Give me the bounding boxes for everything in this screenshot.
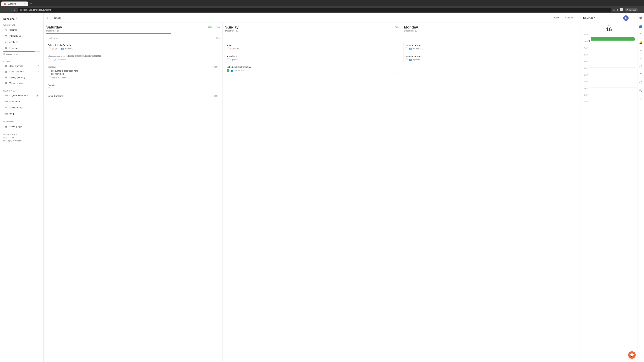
task-card-exercise[interactable]: Exercise ↻ bbox=[46, 82, 220, 92]
rituals-section-label: RITUALS bbox=[0, 59, 44, 63]
download-icon[interactable]: ⬇ bbox=[616, 8, 619, 11]
task-check-exercise[interactable] bbox=[48, 87, 50, 90]
analytics-icon: 📈 bbox=[5, 40, 8, 43]
rs-refresh-icon[interactable]: ⟳ bbox=[638, 31, 644, 37]
sidebar-item-keyboard-shortcuts[interactable]: ⌨ Keyboard shortcuts ? bbox=[1, 93, 42, 98]
task-meeting-header: Meeting 0:15 bbox=[48, 66, 218, 68]
task-setup-title: Setup Sunsama bbox=[48, 95, 211, 97]
time-row-5am: 5 AM bbox=[582, 67, 636, 74]
browser-tab-sunsama[interactable]: S Sunsama ✕ bbox=[1, 1, 28, 6]
forward-button[interactable]: → bbox=[8, 8, 12, 12]
task-card-schedule-kickoff[interactable]: Schedule kickoff meeting 📅 🕐 ↻ 👥 # Cross… bbox=[46, 42, 220, 52]
task-card-url[interactable]: https://app.asana.com/0/1206174676385119… bbox=[46, 53, 220, 63]
user-email: bhea@pageflows.com bbox=[0, 139, 44, 143]
task-card-tasks-here[interactable]: tasks here # general bbox=[224, 53, 399, 63]
task-check-tasks-here[interactable] bbox=[227, 58, 230, 61]
add-event-icon[interactable]: + bbox=[608, 357, 610, 361]
saturday-actions: Focus · Plan bbox=[207, 26, 220, 28]
task-check-2[interactable] bbox=[48, 58, 50, 61]
sidebar-item-blog[interactable]: ⌨ Blog bbox=[1, 111, 42, 116]
rs-expand-icon[interactable]: ⤢ bbox=[638, 96, 644, 101]
toggle-sidebar-button[interactable]: →| bbox=[631, 16, 634, 19]
rs-calendar-icon[interactable]: 📅 bbox=[638, 15, 644, 21]
sidebar-item-desktop-app[interactable]: ▦ Desktop app bbox=[1, 123, 42, 129]
sunday-plan-button[interactable]: Plan bbox=[394, 26, 398, 28]
task-check-1[interactable] bbox=[48, 47, 50, 50]
task-check-meeting[interactable] bbox=[48, 76, 50, 79]
user-avatar: B bbox=[623, 15, 628, 21]
sidebar-item-help-center[interactable]: ⌨ Help center bbox=[1, 99, 42, 104]
task-check-travels[interactable] bbox=[227, 47, 230, 50]
extension-icon[interactable]: ⬜ bbox=[620, 8, 623, 11]
rs-notification-icon[interactable]: 🔔 bbox=[638, 39, 644, 45]
task-card-setup-sunsama[interactable]: Setup Sunsama 0:20 bbox=[46, 93, 220, 100]
task-check-monday-2[interactable] bbox=[406, 58, 408, 61]
keyboard-shortcuts-label: Keyboard shortcuts bbox=[10, 94, 34, 97]
back-button[interactable]: ← bbox=[2, 8, 6, 12]
tab-calendar[interactable]: Calendar bbox=[563, 15, 577, 20]
email-courses-label: Email courses bbox=[10, 106, 39, 109]
saturday-plan-button[interactable]: Plan bbox=[216, 26, 220, 28]
refresh-button[interactable]: ↻ bbox=[13, 7, 16, 12]
sidebar-item-weekly-review[interactable]: ▦ Weekly review bbox=[1, 80, 42, 86]
subtask-check-1[interactable] bbox=[48, 70, 50, 72]
rs-sync-icon[interactable]: ↔ bbox=[638, 56, 644, 61]
logged-in-label: Logged in as bbox=[0, 136, 44, 139]
task-check-sunday-kickoff[interactable]: ✓ bbox=[227, 69, 230, 72]
rs-people-icon[interactable]: 👥 bbox=[638, 23, 644, 29]
rs-location-icon[interactable]: 📍 bbox=[638, 72, 644, 77]
desktop-app-label: Desktop app bbox=[10, 125, 39, 128]
rs-document-icon[interactable]: 📄 bbox=[638, 64, 644, 69]
rs-history-icon[interactable]: 🕐 bbox=[638, 80, 644, 85]
link-icon: 🔗 bbox=[54, 59, 56, 61]
rs-search-icon[interactable]: 🔍 bbox=[638, 88, 644, 93]
task-card-monday-design-1[interactable]: create a design 👥 # Cross-fu... bbox=[403, 42, 578, 52]
daily-shutdown-icon: ▦ bbox=[5, 70, 8, 73]
monday-tasks: + create a design 👥 # Cross-fu... bbox=[401, 35, 580, 362]
today-label[interactable]: Today bbox=[54, 16, 62, 19]
monday-add-task[interactable]: + bbox=[403, 35, 578, 41]
sidebar-item-daily-planning[interactable]: ▦ Daily planning P bbox=[1, 63, 42, 68]
sidebar-item-settings[interactable]: ⚙ Settings bbox=[1, 27, 42, 33]
tab-close-button[interactable]: ✕ bbox=[24, 2, 26, 5]
back-to-start-button[interactable]: |← bbox=[47, 16, 51, 19]
people-icon-monday-2: 👥 bbox=[409, 58, 412, 61]
sidebar-item-email-courses[interactable]: ✉ Email courses bbox=[1, 105, 42, 110]
task-monday-design-2-title: create a design bbox=[406, 55, 576, 57]
task-card-travels[interactable]: travels # Cross-fu... bbox=[224, 42, 399, 52]
help-badge: ? bbox=[36, 94, 39, 97]
brand[interactable]: Sunsama ▾ bbox=[0, 16, 44, 23]
calendar-icon: 📅 bbox=[52, 48, 54, 50]
rs-mail-icon[interactable]: ✉ bbox=[638, 48, 644, 53]
cal-event-green: ✓ bbox=[591, 37, 634, 41]
task-schedule-kickoff-title: Schedule kickoff meeting bbox=[48, 44, 218, 46]
tab-tasks[interactable]: Tasks bbox=[551, 15, 562, 20]
time-line-3am bbox=[589, 54, 636, 61]
sidebar-item-weekly-planning[interactable]: ▦ Weekly planning bbox=[1, 75, 42, 80]
tab-favicon: S bbox=[4, 3, 6, 5]
task-card-sunday-kickoff[interactable]: Schedule kickoff meeting ✓ 👥 Dec 20 # Cr… bbox=[224, 64, 399, 74]
task-card-monday-design-2[interactable]: create a design 👥 # general bbox=[403, 53, 578, 63]
people-icon-monday-1: 👥 bbox=[409, 48, 412, 50]
chat-fab-button[interactable]: 💬 bbox=[628, 351, 636, 359]
subtask-check-2[interactable] bbox=[48, 73, 50, 75]
sidebar-item-free-trial[interactable]: ▦ Free trial bbox=[1, 45, 42, 51]
task-check-monday-1[interactable] bbox=[406, 47, 408, 50]
new-tab-button[interactable]: + bbox=[29, 1, 33, 6]
sidebar-item-analytics[interactable]: 📈 Analytics bbox=[1, 39, 42, 45]
saturday-add-task[interactable]: + Add task 0:55 bbox=[46, 35, 220, 41]
help-icon: ⌨ bbox=[5, 100, 8, 103]
time-row-9am: 9 AM bbox=[582, 94, 636, 101]
address-bar[interactable]: app.sunsama.com/group/sunsama bbox=[18, 8, 612, 12]
saturday-focus-button[interactable]: Focus bbox=[207, 26, 212, 28]
main-content: |← Today Tasks Calendar Saturday Decembe… bbox=[44, 13, 580, 362]
time-line-9am bbox=[589, 94, 636, 101]
subtask-2-label: add more here bbox=[51, 73, 64, 75]
menu-icon[interactable]: ⋮ bbox=[639, 8, 642, 11]
sidebar-item-integrations[interactable]: ⟳ Integrations bbox=[1, 33, 42, 39]
bookmark-icon[interactable]: ☆ bbox=[613, 8, 615, 11]
time-row-8am: 8 AM bbox=[582, 87, 636, 94]
task-card-meeting[interactable]: Meeting 0:15 add subtasks description he… bbox=[46, 64, 220, 81]
sunday-add-task[interactable]: + bbox=[224, 35, 399, 41]
sidebar-item-daily-shutdown[interactable]: ▦ Daily shutdown 0 bbox=[1, 69, 42, 74]
